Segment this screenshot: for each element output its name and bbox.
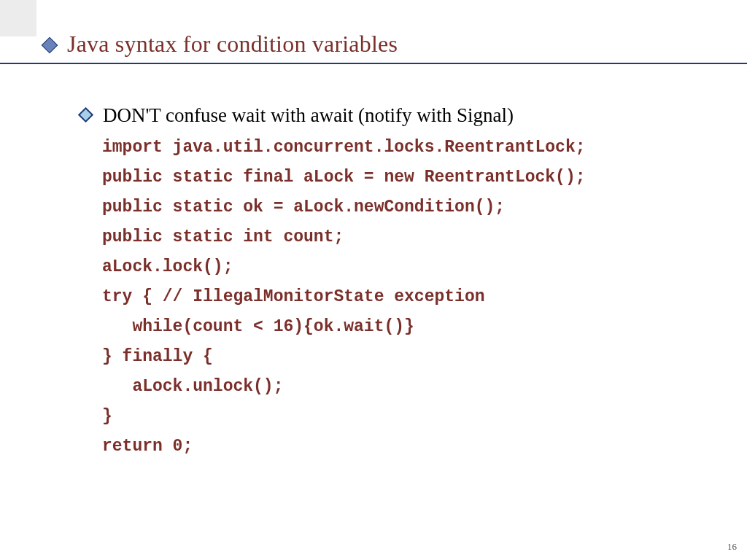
page-number: 16 xyxy=(727,541,737,553)
code-line: aLock.unlock(); xyxy=(102,372,703,402)
slide-title-row: Java syntax for condition variables xyxy=(44,26,740,62)
code-line: } finally { xyxy=(102,342,703,372)
code-line: return 0; xyxy=(102,432,703,462)
slide: Java syntax for condition variables DON'… xyxy=(0,0,747,560)
code-line: import java.util.concurrent.locks.Reentr… xyxy=(102,133,703,163)
code-line: aLock.lock(); xyxy=(102,252,703,282)
code-block: import java.util.concurrent.locks.Reentr… xyxy=(102,133,703,461)
code-line: while(count < 16){ok.wait()} xyxy=(102,312,703,342)
bullet-item: DON'T confuse wait with await (notify wi… xyxy=(80,102,703,128)
code-line: try { // IllegalMonitorState exception xyxy=(102,282,703,312)
corner-block xyxy=(0,0,36,36)
slide-title: Java syntax for condition variables xyxy=(67,31,398,58)
code-line: public static int count; xyxy=(102,222,703,252)
code-line: public static final aLock = new Reentran… xyxy=(102,163,703,192)
slide-content: DON'T confuse wait with await (notify wi… xyxy=(80,102,703,462)
diamond-bullet-icon xyxy=(42,37,58,54)
code-line: public static ok = aLock.newCondition(); xyxy=(102,192,703,222)
code-line: } xyxy=(102,402,703,432)
title-divider xyxy=(0,63,747,64)
bullet-text: DON'T confuse wait with await (notify wi… xyxy=(103,102,514,128)
diamond-sub-bullet-icon xyxy=(78,107,93,122)
